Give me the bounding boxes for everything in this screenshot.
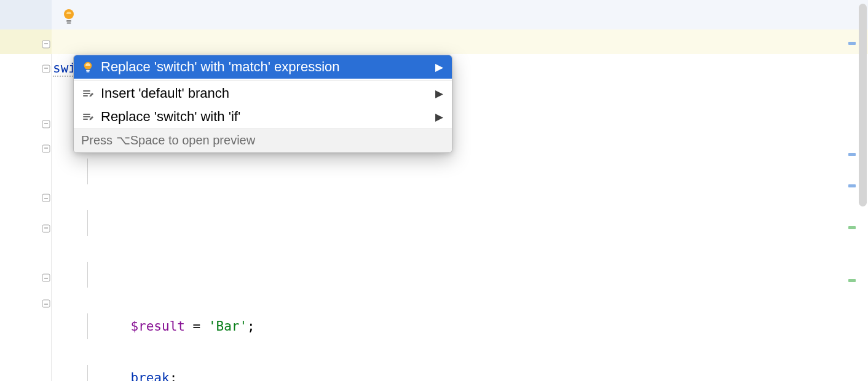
- svg-rect-0: [42, 41, 50, 48]
- string-bar: 'Bar': [208, 319, 247, 334]
- edit-icon: [81, 87, 95, 100]
- intention-bulb-icon[interactable]: [62, 8, 76, 28]
- lightbulb-icon: [81, 60, 95, 74]
- keyword-break: break: [130, 371, 169, 381]
- intention-label: Replace 'switch' with 'if': [101, 109, 429, 125]
- code-line: [53, 159, 255, 184]
- fold-open-icon[interactable]: [42, 61, 50, 70]
- svg-rect-6: [42, 274, 50, 281]
- svg-rect-2: [42, 120, 50, 128]
- svg-rect-1: [42, 65, 50, 73]
- info-marker[interactable]: [848, 184, 856, 187]
- fold-close-icon[interactable]: [42, 296, 50, 305]
- fold-open-icon[interactable]: [42, 117, 50, 125]
- intention-hint: Press ⌥Space to open preview: [74, 128, 452, 152]
- code-line: $result = 'Bar';: [53, 313, 255, 339]
- svg-rect-13: [87, 71, 90, 72]
- ok-marker[interactable]: [848, 279, 856, 282]
- svg-rect-7: [42, 300, 50, 307]
- intention-label: Insert 'default' branch: [101, 85, 429, 101]
- fold-open-icon[interactable]: [42, 141, 50, 150]
- chevron-right-icon: ▶: [435, 61, 443, 74]
- chevron-right-icon: ▶: [435, 87, 443, 100]
- code-line: [53, 210, 255, 236]
- intention-replace-switch-if[interactable]: Replace 'switch' with 'if' ▶: [74, 105, 452, 128]
- intention-label: Replace 'switch' with 'match' expression: [101, 59, 429, 75]
- svg-rect-9: [66, 20, 71, 22]
- chevron-right-icon: ▶: [435, 111, 443, 124]
- intention-replace-switch-match[interactable]: Replace 'switch' with 'match' expression…: [74, 55, 452, 79]
- svg-rect-3: [42, 145, 50, 152]
- gutter: [0, 0, 52, 381]
- svg-rect-12: [86, 70, 90, 71]
- code-line: [53, 262, 255, 288]
- gutter-top: [0, 0, 52, 29]
- editor-area: switch (0) { $result = 'Bar'; break; cas…: [0, 0, 868, 381]
- fold-close-icon[interactable]: [42, 270, 50, 279]
- editor-gap: [0, 0, 868, 29]
- error-stripe[interactable]: [851, 0, 856, 381]
- info-marker[interactable]: [848, 42, 856, 45]
- code-line: break;: [53, 365, 255, 381]
- svg-rect-4: [42, 194, 50, 202]
- variable-result: $result: [130, 319, 185, 334]
- fold-open-icon[interactable]: [42, 37, 50, 45]
- svg-rect-10: [67, 22, 71, 23]
- intention-popup: Replace 'switch' with 'match' expression…: [73, 55, 452, 153]
- info-marker[interactable]: [848, 153, 856, 156]
- ok-marker[interactable]: [848, 226, 856, 229]
- edit-icon: [81, 110, 95, 124]
- intention-insert-default-branch[interactable]: Insert 'default' branch ▶: [74, 82, 452, 105]
- svg-rect-5: [42, 225, 50, 232]
- fold-open-icon[interactable]: [42, 221, 50, 230]
- separator: [74, 80, 452, 81]
- scrollbar-thumb[interactable]: [859, 4, 867, 206]
- fold-close-icon[interactable]: [42, 190, 50, 199]
